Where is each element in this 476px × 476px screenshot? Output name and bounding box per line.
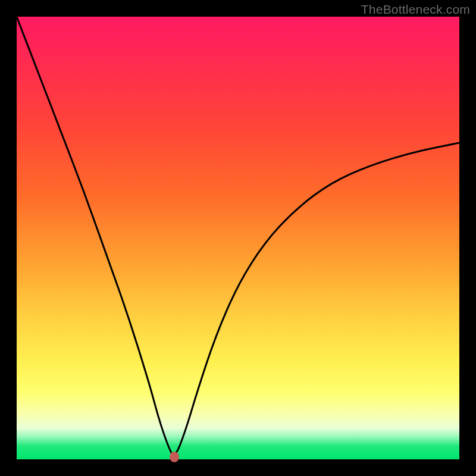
bottleneck-curve xyxy=(17,17,459,459)
minimum-marker xyxy=(170,452,179,462)
chart-container: TheBottleneck.com xyxy=(0,0,476,476)
plot-area xyxy=(17,17,459,459)
watermark-text: TheBottleneck.com xyxy=(361,2,470,17)
